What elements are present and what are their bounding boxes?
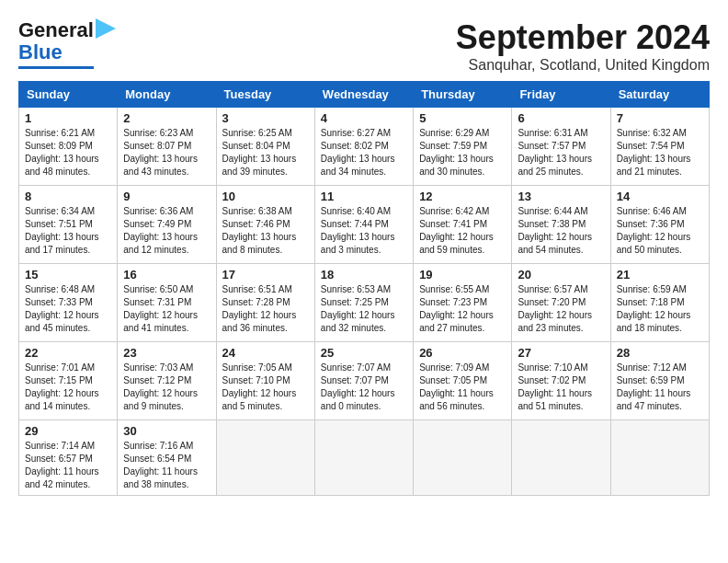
day-info: Sunrise: 6:42 AMSunset: 7:41 PMDaylight:… (419, 205, 506, 257)
calendar-cell: 20 Sunrise: 6:57 AMSunset: 7:20 PMDaylig… (512, 264, 610, 342)
day-number: 15 (25, 268, 111, 282)
day-number: 10 (222, 190, 309, 203)
calendar-cell: 11 Sunrise: 6:40 AMSunset: 7:44 PMDaylig… (314, 186, 413, 264)
calendar-cell (512, 420, 610, 496)
day-number: 20 (518, 268, 604, 282)
calendar-cell: 22 Sunrise: 7:01 AMSunset: 7:15 PMDaylig… (19, 342, 118, 420)
calendar-table: Sunday Monday Tuesday Wednesday Thursday… (18, 81, 710, 496)
calendar-week-row: 8 Sunrise: 6:34 AMSunset: 7:51 PMDayligh… (19, 186, 710, 264)
day-info: Sunrise: 6:29 AMSunset: 7:59 PMDaylight:… (419, 127, 506, 178)
day-number: 13 (518, 190, 604, 203)
day-info: Sunrise: 6:57 AMSunset: 7:20 PMDaylight:… (518, 283, 604, 335)
calendar-cell: 1 Sunrise: 6:21 AMSunset: 8:09 PMDayligh… (19, 108, 118, 186)
day-number: 16 (123, 268, 210, 282)
calendar-cell: 14 Sunrise: 6:46 AMSunset: 7:36 PMDaylig… (610, 186, 709, 264)
calendar-cell: 27 Sunrise: 7:10 AMSunset: 7:02 PMDaylig… (512, 342, 610, 420)
day-number: 25 (321, 346, 407, 360)
calendar-cell: 2 Sunrise: 6:23 AMSunset: 8:07 PMDayligh… (118, 108, 216, 186)
day-info: Sunrise: 6:27 AMSunset: 8:02 PMDaylight:… (321, 127, 407, 178)
day-number: 26 (419, 346, 506, 360)
calendar-cell: 18 Sunrise: 6:53 AMSunset: 7:25 PMDaylig… (314, 264, 413, 342)
day-number: 8 (25, 190, 111, 203)
day-number: 23 (123, 346, 210, 360)
calendar-week-row: 1 Sunrise: 6:21 AMSunset: 8:09 PMDayligh… (19, 108, 710, 186)
day-number: 22 (25, 346, 111, 360)
day-number: 30 (123, 424, 210, 438)
day-info: Sunrise: 7:05 AMSunset: 7:10 PMDaylight:… (222, 362, 309, 413)
calendar-cell: 17 Sunrise: 6:51 AMSunset: 7:28 PMDaylig… (216, 264, 314, 342)
day-number: 29 (25, 424, 111, 438)
page-header: General Blue September 2024 Sanquhar, Sc… (18, 18, 710, 74)
svg-marker-0 (96, 18, 116, 39)
calendar-cell: 26 Sunrise: 7:09 AMSunset: 7:05 PMDaylig… (414, 342, 512, 420)
day-info: Sunrise: 7:14 AMSunset: 6:57 PMDaylight:… (25, 440, 111, 491)
calendar-cell: 5 Sunrise: 6:29 AMSunset: 7:59 PMDayligh… (414, 108, 512, 186)
calendar-header-row: Sunday Monday Tuesday Wednesday Thursday… (19, 82, 710, 108)
day-info: Sunrise: 7:09 AMSunset: 7:05 PMDaylight:… (419, 362, 506, 413)
day-number: 2 (123, 111, 210, 125)
day-info: Sunrise: 7:01 AMSunset: 7:15 PMDaylight:… (25, 362, 111, 413)
day-info: Sunrise: 7:10 AMSunset: 7:02 PMDaylight:… (518, 362, 604, 413)
day-info: Sunrise: 6:36 AMSunset: 7:49 PMDaylight:… (123, 205, 210, 257)
logo-general-text: General (18, 18, 94, 42)
day-number: 5 (419, 111, 506, 125)
col-friday: Friday (512, 82, 610, 108)
day-info: Sunrise: 6:51 AMSunset: 7:28 PMDaylight:… (222, 283, 309, 335)
day-number: 9 (123, 190, 210, 203)
day-info: Sunrise: 6:59 AMSunset: 7:18 PMDaylight:… (617, 283, 703, 335)
day-info: Sunrise: 6:31 AMSunset: 7:57 PMDaylight:… (518, 127, 604, 178)
calendar-cell: 8 Sunrise: 6:34 AMSunset: 7:51 PMDayligh… (19, 186, 118, 264)
logo-blue-text: Blue (18, 40, 63, 64)
day-info: Sunrise: 6:53 AMSunset: 7:25 PMDaylight:… (321, 283, 407, 335)
calendar-cell: 19 Sunrise: 6:55 AMSunset: 7:23 PMDaylig… (414, 264, 512, 342)
calendar-cell: 12 Sunrise: 6:42 AMSunset: 7:41 PMDaylig… (414, 186, 512, 264)
col-tuesday: Tuesday (216, 82, 314, 108)
calendar-cell: 4 Sunrise: 6:27 AMSunset: 8:02 PMDayligh… (314, 108, 413, 186)
day-info: Sunrise: 7:12 AMSunset: 6:59 PMDaylight:… (617, 362, 703, 413)
calendar-cell (216, 420, 314, 496)
calendar-cell: 21 Sunrise: 6:59 AMSunset: 7:18 PMDaylig… (610, 264, 709, 342)
day-info: Sunrise: 7:07 AMSunset: 7:07 PMDaylight:… (321, 362, 407, 413)
calendar-cell: 23 Sunrise: 7:03 AMSunset: 7:12 PMDaylig… (118, 342, 216, 420)
calendar-week-row: 15 Sunrise: 6:48 AMSunset: 7:33 PMDaylig… (19, 264, 710, 342)
logo-arrow-icon (96, 18, 116, 39)
location-subtitle: Sanquhar, Scotland, United Kingdom (456, 57, 710, 74)
day-info: Sunrise: 6:40 AMSunset: 7:44 PMDaylight:… (321, 205, 407, 257)
calendar-cell: 28 Sunrise: 7:12 AMSunset: 6:59 PMDaylig… (610, 342, 709, 420)
calendar-cell (314, 420, 413, 496)
day-info: Sunrise: 6:44 AMSunset: 7:38 PMDaylight:… (518, 205, 604, 257)
calendar-week-row: 22 Sunrise: 7:01 AMSunset: 7:15 PMDaylig… (19, 342, 710, 420)
col-saturday: Saturday (610, 82, 709, 108)
col-thursday: Thursday (414, 82, 512, 108)
calendar-cell: 13 Sunrise: 6:44 AMSunset: 7:38 PMDaylig… (512, 186, 610, 264)
day-number: 11 (321, 190, 407, 203)
day-info: Sunrise: 6:48 AMSunset: 7:33 PMDaylight:… (25, 283, 111, 335)
day-number: 7 (617, 111, 703, 125)
day-info: Sunrise: 6:32 AMSunset: 7:54 PMDaylight:… (617, 127, 703, 178)
day-number: 1 (25, 111, 111, 125)
day-info: Sunrise: 6:23 AMSunset: 8:07 PMDaylight:… (123, 127, 210, 178)
calendar-cell: 7 Sunrise: 6:32 AMSunset: 7:54 PMDayligh… (610, 108, 709, 186)
calendar-cell: 6 Sunrise: 6:31 AMSunset: 7:57 PMDayligh… (512, 108, 610, 186)
day-number: 28 (617, 346, 703, 360)
calendar-cell: 30 Sunrise: 7:16 AMSunset: 6:54 PMDaylig… (118, 420, 216, 496)
calendar-cell: 9 Sunrise: 6:36 AMSunset: 7:49 PMDayligh… (118, 186, 216, 264)
day-info: Sunrise: 6:38 AMSunset: 7:46 PMDaylight:… (222, 205, 309, 257)
day-number: 27 (518, 346, 604, 360)
day-number: 12 (419, 190, 506, 203)
calendar-cell (610, 420, 709, 496)
title-area: September 2024 Sanquhar, Scotland, Unite… (456, 18, 710, 74)
day-number: 14 (617, 190, 703, 203)
day-number: 21 (617, 268, 703, 282)
day-number: 24 (222, 346, 309, 360)
day-number: 6 (518, 111, 604, 125)
logo: General Blue (18, 18, 116, 69)
col-sunday: Sunday (19, 82, 118, 108)
calendar-cell: 10 Sunrise: 6:38 AMSunset: 7:46 PMDaylig… (216, 186, 314, 264)
day-info: Sunrise: 6:55 AMSunset: 7:23 PMDaylight:… (419, 283, 506, 335)
calendar-cell: 29 Sunrise: 7:14 AMSunset: 6:57 PMDaylig… (19, 420, 118, 496)
logo-underline (18, 66, 94, 69)
day-info: Sunrise: 6:25 AMSunset: 8:04 PMDaylight:… (222, 127, 309, 178)
day-number: 4 (321, 111, 407, 125)
day-number: 19 (419, 268, 506, 282)
